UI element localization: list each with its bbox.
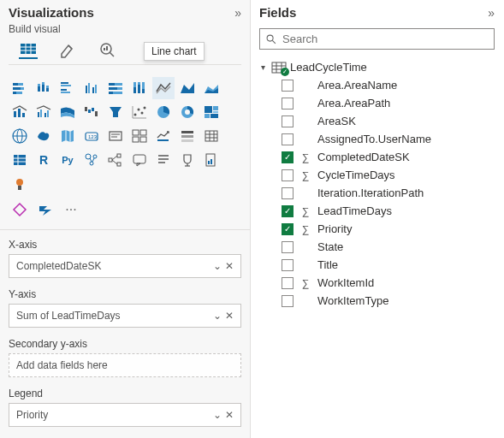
r-visual-icon[interactable]: R [33, 149, 55, 171]
filled-map-icon[interactable] [33, 125, 55, 147]
slicer-icon[interactable] [176, 125, 199, 147]
scatter-icon[interactable] [128, 101, 151, 123]
hundred-stacked-bar-icon[interactable] [104, 77, 127, 99]
stacked-area-icon[interactable] [200, 77, 222, 99]
field-row[interactable]: ∑CycleTimeDays [280, 166, 498, 184]
field-row[interactable]: ∑WorkItemType [280, 292, 498, 310]
zone-x-value: CompletedDateSK [16, 260, 101, 272]
svg-rect-82 [140, 130, 146, 135]
fields-search-input[interactable] [282, 33, 489, 45]
field-checkbox[interactable] [282, 80, 294, 92]
field-row[interactable]: ∑AreaSK [280, 112, 498, 130]
zone-y-well[interactable]: Sum of LeadTimeDays ⌄ ✕ [9, 304, 241, 328]
area-chart-icon[interactable] [176, 77, 199, 99]
map-icon[interactable] [9, 125, 31, 147]
smart-narrative-icon[interactable] [152, 149, 175, 171]
field-checkbox[interactable] [282, 241, 294, 253]
tab-analytics[interactable] [98, 40, 116, 59]
zone-legend-dropdown[interactable]: ⌄ [213, 409, 222, 421]
viz-collapse[interactable]: » [234, 6, 241, 20]
kpi-icon[interactable] [152, 125, 175, 147]
svg-rect-7 [104, 48, 105, 50]
svg-rect-108 [133, 155, 145, 163]
field-row[interactable]: ∑AssignedTo.UserName [280, 130, 498, 148]
field-checkbox[interactable] [282, 98, 294, 110]
azure-map-icon[interactable] [56, 125, 79, 147]
funnel-icon[interactable] [104, 101, 127, 123]
gauge-icon[interactable]: 123 [80, 125, 103, 147]
field-row[interactable]: ∑CompletedDateSK [280, 148, 498, 166]
field-row[interactable]: ∑Area.AreaName [280, 76, 498, 94]
hundred-stacked-column-icon[interactable] [128, 77, 151, 99]
python-visual-icon[interactable]: Py [56, 149, 79, 171]
table-icon[interactable] [200, 125, 222, 147]
power-apps-icon[interactable] [9, 198, 31, 221]
treemap-icon[interactable] [200, 101, 222, 123]
paginated-report-icon[interactable] [200, 149, 222, 171]
table-node[interactable]: ▾ LeadCycleTime [256, 58, 498, 76]
svg-rect-117 [210, 159, 212, 164]
decomposition-tree-icon[interactable] [104, 149, 127, 171]
viz-gallery: 123 R Py [0, 70, 250, 198]
multi-card-icon[interactable] [128, 125, 151, 147]
field-row[interactable]: ∑Iteration.IterationPath [280, 184, 498, 202]
field-checkbox[interactable] [282, 115, 294, 127]
field-checkbox[interactable] [282, 151, 294, 163]
svg-rect-9 [13, 83, 18, 86]
tab-format[interactable] [58, 40, 77, 59]
format-icon [58, 40, 77, 59]
stacked-column-icon[interactable] [33, 77, 55, 99]
donut-icon[interactable] [176, 101, 199, 123]
line-chart-icon[interactable] [152, 77, 175, 99]
field-checkbox[interactable] [282, 295, 294, 307]
field-checkbox[interactable] [282, 169, 294, 181]
field-row[interactable]: ∑State [280, 238, 498, 256]
field-checkbox[interactable] [282, 133, 294, 145]
arcgis-icon[interactable] [9, 173, 31, 195]
qna-icon[interactable] [128, 149, 151, 171]
svg-rect-68 [205, 114, 210, 118]
field-name: State [317, 240, 343, 253]
pie-icon[interactable] [152, 101, 175, 123]
clustered-bar-icon[interactable] [56, 77, 79, 99]
ribbon-chart-icon[interactable] [56, 101, 79, 123]
svg-rect-34 [109, 92, 113, 94]
line-stacked-column-icon[interactable] [9, 101, 31, 123]
power-automate-icon[interactable] [34, 198, 56, 221]
tab-build[interactable] [19, 40, 38, 59]
svg-point-118 [16, 179, 23, 186]
key-influencers-icon[interactable] [80, 149, 103, 171]
field-checkbox[interactable] [282, 259, 294, 271]
fields-search[interactable] [259, 28, 495, 50]
svg-rect-103 [109, 158, 112, 162]
fields-collapse[interactable]: » [488, 6, 495, 20]
field-row[interactable]: ∑Title [280, 256, 498, 274]
clustered-column-icon[interactable] [80, 77, 103, 99]
field-row[interactable]: ∑LeadTimeDays [280, 202, 498, 220]
field-checkbox[interactable] [282, 205, 294, 217]
more-visuals[interactable]: ··· [60, 198, 82, 221]
stacked-bar-icon[interactable] [9, 77, 31, 99]
field-row[interactable]: ∑WorkItemId [280, 274, 498, 292]
line-clustered-column-icon[interactable] [33, 101, 55, 123]
zone-y-dropdown[interactable]: ⌄ [213, 310, 222, 322]
field-row[interactable]: ∑Area.AreaPath [280, 94, 498, 112]
svg-rect-24 [61, 92, 70, 93]
zone-legend-remove[interactable]: ✕ [225, 409, 234, 421]
zone-legend-well[interactable]: Priority ⌄ ✕ [9, 403, 241, 427]
zone-x-remove[interactable]: ✕ [225, 260, 234, 272]
field-row[interactable]: ∑Priority [280, 220, 498, 238]
zone-x-dropdown[interactable]: ⌄ [213, 260, 222, 272]
card-icon[interactable] [104, 125, 127, 147]
matrix-icon[interactable] [9, 149, 31, 171]
zone-y-remove[interactable]: ✕ [225, 310, 234, 322]
goals-icon[interactable] [176, 149, 199, 171]
zone-x-well[interactable]: CompletedDateSK ⌄ ✕ [9, 254, 241, 278]
field-checkbox[interactable] [282, 277, 294, 289]
field-checkbox[interactable] [282, 223, 294, 235]
svg-rect-0 [21, 44, 36, 54]
waterfall-icon[interactable] [80, 101, 103, 123]
field-checkbox[interactable] [282, 187, 294, 199]
zone-y2-well[interactable]: Add data fields here [9, 353, 241, 377]
svg-rect-19 [46, 88, 49, 92]
